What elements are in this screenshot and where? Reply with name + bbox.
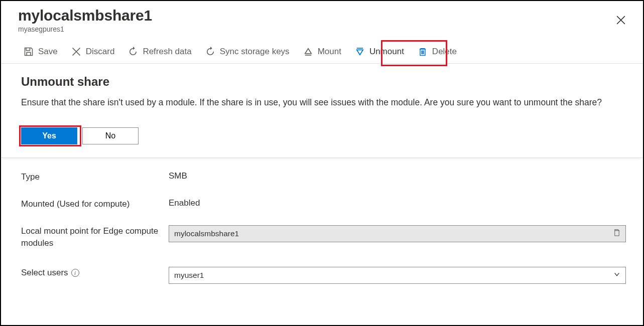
unmount-dialog: Unmount share Ensure that the share isn'… <box>1 64 643 158</box>
refresh-icon <box>127 46 139 57</box>
mountpoint-field: mylocalsmbshare1 <box>169 225 626 242</box>
save-button[interactable]: Save <box>18 43 63 60</box>
save-label: Save <box>38 47 58 57</box>
mounted-value: Enabled <box>169 198 626 208</box>
discard-label: Discard <box>86 47 115 57</box>
discard-button[interactable]: Discard <box>66 43 120 60</box>
type-value: SMB <box>169 171 626 181</box>
selectusers-label: Select users i <box>21 267 169 279</box>
delete-icon <box>417 46 428 57</box>
mount-button[interactable]: Mount <box>298 43 346 60</box>
dialog-title: Unmount share <box>21 75 626 89</box>
refresh-button[interactable]: Refresh data <box>122 43 196 60</box>
mountpoint-value: mylocalsmbshare1 <box>174 229 239 238</box>
unmount-button[interactable]: Unmount <box>349 43 409 60</box>
close-button[interactable] <box>611 10 631 30</box>
mountpoint-label: Local mount point for Edge compute modul… <box>21 225 169 249</box>
copy-icon[interactable] <box>613 229 620 238</box>
delete-label: Delete <box>432 47 457 57</box>
chevron-down-icon <box>613 271 620 280</box>
row-mountpoint: Local mount point for Edge compute modul… <box>18 218 626 257</box>
info-icon[interactable]: i <box>71 269 79 277</box>
close-icon <box>616 16 625 25</box>
unmount-icon <box>354 46 365 57</box>
mount-icon <box>303 46 314 57</box>
yes-button[interactable]: Yes <box>21 127 77 144</box>
selectusers-label-text: Select users <box>21 267 68 279</box>
delete-button[interactable]: Delete <box>412 43 462 60</box>
command-bar: Save Discard Refresh data Sync storage k… <box>1 37 643 64</box>
page-title: mylocalsmbshare1 <box>18 7 152 24</box>
mounted-label: Mounted (Used for compute) <box>21 198 169 210</box>
sync-icon <box>205 46 216 57</box>
share-details: Type SMB Mounted (Used for compute) Enab… <box>1 159 643 297</box>
save-icon <box>23 46 34 57</box>
sync-label: Sync storage keys <box>220 47 290 57</box>
page-subtitle: myasegpures1 <box>18 25 152 33</box>
row-selectusers: Select users i myuser1 <box>18 257 626 292</box>
sync-button[interactable]: Sync storage keys <box>200 43 295 60</box>
mount-label: Mount <box>318 47 341 57</box>
selectusers-value: myuser1 <box>174 271 204 280</box>
refresh-label: Refresh data <box>143 47 191 57</box>
row-type: Type SMB <box>18 164 626 191</box>
selectusers-dropdown[interactable]: myuser1 <box>169 267 626 284</box>
row-mounted: Mounted (Used for compute) Enabled <box>18 191 626 218</box>
dialog-text: Ensure that the share isn't used by a mo… <box>21 96 613 109</box>
type-label: Type <box>21 171 169 183</box>
no-button[interactable]: No <box>82 127 139 144</box>
svg-rect-2 <box>615 231 619 236</box>
discard-icon <box>71 46 82 57</box>
unmount-label: Unmount <box>369 47 404 57</box>
blade-header: mylocalsmbshare1 myasegpures1 <box>1 1 643 37</box>
